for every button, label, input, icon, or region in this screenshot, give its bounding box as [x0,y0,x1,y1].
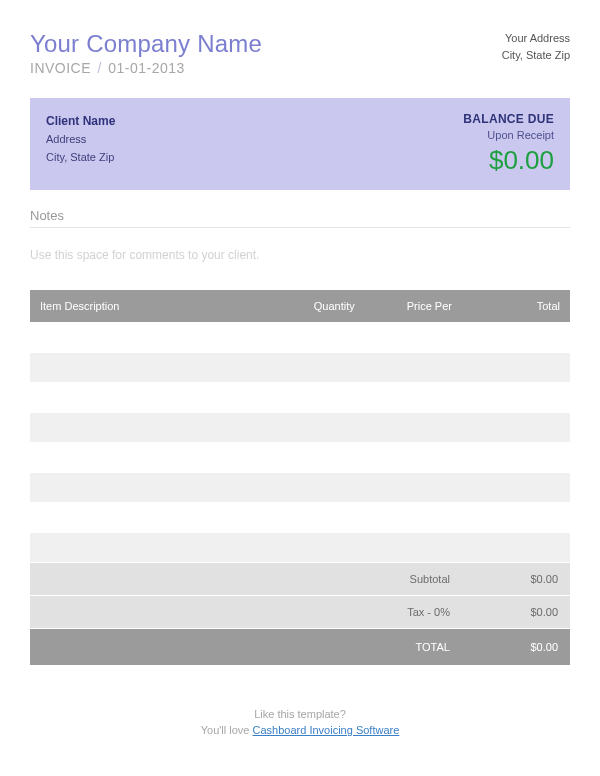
subtotal-label: Subtotal [30,562,462,595]
line-items-table: Item Description Quantity Price Per Tota… [30,290,570,666]
footer: Like this template? You'll love Cashboar… [30,706,570,739]
table-row [30,322,570,352]
table-row [30,412,570,442]
table-row [30,532,570,562]
client-name: Client Name [46,112,115,131]
sender-city-state-zip: City, State Zip [502,47,570,64]
subtotal-row: Subtotal $0.00 [30,562,570,595]
col-item: Item Description [30,290,278,322]
footer-line2: You'll love Cashboard Invoicing Software [30,722,570,739]
col-price: Price Per [365,290,462,322]
invoice-date: 01-01-2013 [108,60,185,76]
invoice-label: INVOICE [30,60,91,76]
company-name: Your Company Name [30,30,262,58]
table-header-row: Item Description Quantity Price Per Tota… [30,290,570,322]
payment-terms: Upon Receipt [463,129,554,141]
table-row [30,502,570,532]
sender-address-block: Your Address City, State Zip [502,30,570,63]
balance-block: BALANCE DUE Upon Receipt $0.00 [463,112,554,176]
client-block: Client Name Address City, State Zip [46,112,115,166]
footer-line1: Like this template? [30,706,570,723]
tax-value: $0.00 [462,595,570,628]
client-city-state-zip: City, State Zip [46,149,115,167]
footer-prefix: You'll love [201,724,253,736]
header: Your Company Name INVOICE / 01-01-2013 Y… [30,30,570,76]
client-summary-box: Client Name Address City, State Zip BALA… [30,98,570,190]
table-row [30,382,570,412]
notes-divider [30,227,570,228]
separator: / [91,60,108,76]
table-row [30,472,570,502]
table-row [30,442,570,472]
company-block: Your Company Name INVOICE / 01-01-2013 [30,30,262,76]
invoice-line: INVOICE / 01-01-2013 [30,60,262,76]
subtotal-value: $0.00 [462,562,570,595]
table-row [30,352,570,382]
notes-heading: Notes [30,208,570,223]
footer-link[interactable]: Cashboard Invoicing Software [253,724,400,736]
total-row: TOTAL $0.00 [30,628,570,665]
total-label: TOTAL [30,628,462,665]
tax-label: Tax - 0% [30,595,462,628]
notes-placeholder: Use this space for comments to your clie… [30,248,570,262]
col-qty: Quantity [278,290,364,322]
invoice-page: Your Company Name INVOICE / 01-01-2013 Y… [0,0,600,749]
client-address: Address [46,131,115,149]
balance-amount: $0.00 [463,145,554,176]
balance-due-label: BALANCE DUE [463,112,554,126]
table-body: Subtotal $0.00 Tax - 0% $0.00 TOTAL $0.0… [30,322,570,665]
sender-address: Your Address [502,30,570,47]
total-value: $0.00 [462,628,570,665]
col-total: Total [462,290,570,322]
tax-row: Tax - 0% $0.00 [30,595,570,628]
